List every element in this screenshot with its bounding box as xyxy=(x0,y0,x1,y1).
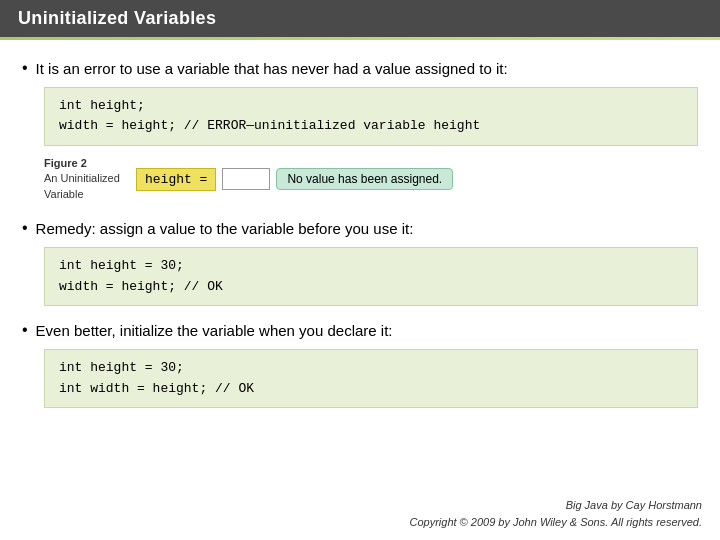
figure-caption-line1: An Uninitialized xyxy=(44,171,124,186)
footer: Big Java by Cay Horstmann Copyright © 20… xyxy=(409,497,702,530)
code-block-2: int height = 30; width = height; // OK xyxy=(44,247,698,307)
bullet-3-text: Even better, initialize the variable whe… xyxy=(36,320,393,343)
bullet-2-text: Remedy: assign a value to the variable b… xyxy=(36,218,414,241)
bullet-item-3: • Even better, initialize the variable w… xyxy=(22,320,698,343)
figure-caption-line2: Variable xyxy=(44,187,124,202)
code-3-line-2: int width = height; // OK xyxy=(59,379,683,400)
height-label-box: height = xyxy=(136,168,216,191)
footer-line-1: Big Java by Cay Horstmann xyxy=(409,497,702,514)
code-2-line-2: width = height; // OK xyxy=(59,277,683,298)
bullet-item-1: • It is an error to use a variable that … xyxy=(22,58,698,81)
bullet-1-icon: • xyxy=(22,59,28,77)
code-block-3: int height = 30; int width = height; // … xyxy=(44,349,698,409)
code-1-line-1: int height; xyxy=(59,96,683,117)
bullet-1-text: It is an error to use a variable that ha… xyxy=(36,58,508,81)
page: Uninitialized Variables • It is an error… xyxy=(0,0,720,540)
figure-label: Figure 2 xyxy=(44,156,124,171)
uninitialized-variable-box xyxy=(222,168,270,190)
title-bar: Uninitialized Variables xyxy=(0,0,720,37)
figure-caption: Figure 2 An Uninitialized Variable xyxy=(44,156,124,202)
content-area: • It is an error to use a variable that … xyxy=(0,40,720,428)
code-1-line-2: width = height; // ERROR—uninitialized v… xyxy=(59,116,683,137)
figure-area: Figure 2 An Uninitialized Variable heigh… xyxy=(44,156,698,202)
bullet-item-2: • Remedy: assign a value to the variable… xyxy=(22,218,698,241)
note-bubble: No value has been assigned. xyxy=(276,168,453,190)
code-3-line-1: int height = 30; xyxy=(59,358,683,379)
bullet-3-icon: • xyxy=(22,321,28,339)
code-block-1: int height; width = height; // ERROR—uni… xyxy=(44,87,698,147)
figure-diagram: height = No value has been assigned. xyxy=(136,168,453,191)
bullet-2-icon: • xyxy=(22,219,28,237)
page-title: Uninitialized Variables xyxy=(18,8,216,28)
footer-line-2: Copyright © 2009 by John Wiley & Sons. A… xyxy=(409,514,702,531)
code-2-line-1: int height = 30; xyxy=(59,256,683,277)
